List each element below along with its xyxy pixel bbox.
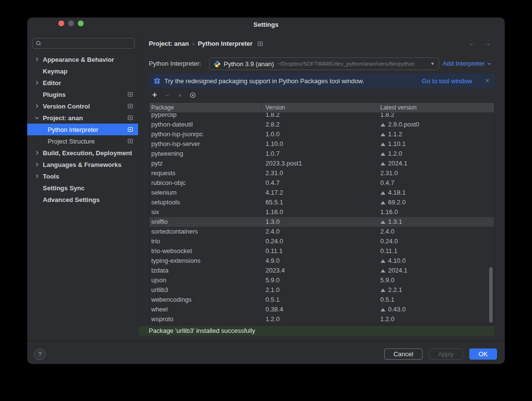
- sidebar-item-tools[interactable]: Tools: [27, 170, 138, 182]
- package-name-cell: requests: [149, 168, 262, 178]
- sidebar-item-python-interpreter[interactable]: Python Interpreter: [27, 124, 138, 135]
- version-cell: 0.38.4: [262, 305, 378, 314]
- upgrade-triangle-icon: [380, 259, 386, 263]
- version-cell: 2023.4: [262, 266, 378, 275]
- version-cell: 1.16.0: [262, 207, 378, 217]
- latest-version-cell: 0.43.0: [378, 305, 494, 314]
- sidebar-item-plugins[interactable]: Plugins: [27, 89, 138, 100]
- sidebar-item-project-anan[interactable]: Project: anan: [27, 112, 138, 124]
- sidebar-item-editor[interactable]: Editor: [27, 77, 138, 89]
- table-row[interactable]: wsproto1.2.01.2.0: [149, 314, 494, 324]
- sidebar-item-languages-frameworks[interactable]: Languages & Frameworks: [27, 159, 138, 170]
- table-row[interactable]: python-lsp-server1.10.01.10.1: [149, 139, 494, 149]
- table-row[interactable]: setuptools65.5.169.2.0: [149, 198, 494, 207]
- version-cell: 2.31.0: [262, 168, 378, 178]
- main-panel: Project: anan › Python Interpreter ← → P…: [139, 32, 505, 341]
- version-cell: 1.0.7: [262, 149, 378, 159]
- table-row[interactable]: ujson5.9.05.9.0: [149, 275, 494, 285]
- table-row[interactable]: wheel0.38.40.43.0: [149, 305, 494, 314]
- table-row[interactable]: rubicon-objc0.4.70.4.7: [149, 178, 494, 188]
- table-row[interactable]: pyperclip1.8.21.8.2: [149, 113, 494, 120]
- remove-package-button[interactable]: −: [163, 91, 171, 99]
- latest-version-text: 2024.1: [388, 159, 408, 168]
- table-row[interactable]: requests2.31.02.31.0: [149, 168, 494, 178]
- column-header-latest-version[interactable]: Latest version: [378, 103, 494, 112]
- table-row[interactable]: sniffio1.3.01.3.1: [149, 217, 494, 227]
- package-name-cell: trio: [149, 237, 262, 246]
- table-row[interactable]: urllib32.1.02.2.1: [149, 285, 494, 295]
- version-cell: 0.11.1: [262, 246, 378, 256]
- chevron-right-icon[interactable]: [34, 173, 40, 179]
- forward-arrow-icon[interactable]: →: [484, 39, 491, 47]
- ok-button[interactable]: OK: [469, 348, 497, 360]
- vertical-scrollbar[interactable]: [489, 267, 493, 323]
- latest-version-cell: 1.2.0: [378, 149, 494, 159]
- table-row[interactable]: trio0.24.00.24.0: [149, 237, 494, 246]
- eye-icon[interactable]: [189, 91, 196, 99]
- table-row[interactable]: python-dateutil2.8.22.9.0.post0: [149, 120, 494, 129]
- table-row[interactable]: typing-extensions4.9.04.10.0: [149, 256, 494, 266]
- package-name-cell: python-lsp-server: [149, 139, 262, 149]
- add-interpreter-button[interactable]: Add Interpreter: [443, 57, 491, 70]
- chevron-down-icon: [487, 62, 491, 65]
- package-name-cell: pytweening: [149, 149, 262, 159]
- sidebar-search[interactable]: [32, 38, 135, 49]
- package-name-cell: trio-websocket: [149, 246, 262, 256]
- sidebar-item-build-execution-deployment[interactable]: Build, Execution, Deployment: [27, 147, 138, 159]
- sidebar-tree: Appearance & BehaviorKeymapEditorPlugins…: [27, 54, 138, 205]
- help-button[interactable]: ?: [34, 348, 46, 360]
- sidebar-item-appearance-behavior[interactable]: Appearance & Behavior: [27, 54, 138, 65]
- dropdown-arrow-icon[interactable]: ▼: [430, 61, 435, 66]
- latest-version-text: 5.9.0: [380, 275, 394, 285]
- chevron-right-icon[interactable]: [34, 150, 40, 156]
- column-header-package[interactable]: Package: [149, 103, 262, 112]
- latest-version-cell: 2.2.1: [378, 285, 494, 295]
- sidebar-item-settings-sync[interactable]: Settings Sync: [27, 182, 138, 194]
- settings-dialog: Settings Appearance & BehaviorKeymapEdit…: [27, 18, 505, 364]
- version-cell: 0.24.0: [262, 237, 378, 246]
- version-cell: 0.4.7: [262, 178, 378, 188]
- go-to-tool-window-link[interactable]: Go to tool window: [422, 77, 472, 85]
- version-cell: 1.0.0: [262, 129, 378, 139]
- breadcrumb-project[interactable]: Project: anan: [149, 39, 189, 49]
- upgrade-triangle-icon: [380, 152, 386, 156]
- table-row[interactable]: selenium4.17.24.18.1: [149, 188, 494, 198]
- sidebar-item-version-control[interactable]: Version Control: [27, 100, 138, 112]
- table-row[interactable]: tzdata2023.42024.1: [149, 266, 494, 275]
- table-row[interactable]: trio-websocket0.11.10.11.1: [149, 246, 494, 256]
- chevron-right-icon[interactable]: [34, 162, 40, 167]
- chevron-right-icon[interactable]: [34, 103, 40, 109]
- search-input[interactable]: [42, 40, 131, 47]
- upgrade-triangle-icon: [380, 308, 386, 312]
- upgrade-triangle-icon: [380, 191, 386, 195]
- table-row[interactable]: six1.16.01.16.0: [149, 207, 494, 217]
- chevron-down-icon[interactable]: [34, 115, 40, 121]
- latest-version-text: 0.43.0: [388, 305, 406, 314]
- upgrade-package-button[interactable]: ▲: [176, 91, 184, 99]
- sidebar-item-keymap[interactable]: Keymap: [27, 65, 138, 77]
- breadcrumb-page: Python Interpreter: [198, 39, 253, 49]
- version-cell: 1.3.0: [262, 217, 378, 227]
- table-row[interactable]: python-lsp-jsonrpc1.0.01.1.2: [149, 129, 494, 139]
- table-row[interactable]: sortedcontainers2.4.02.4.0: [149, 227, 494, 237]
- upgrade-triangle-icon: [380, 142, 386, 146]
- latest-version-cell: 2.4.0: [378, 227, 494, 237]
- chevron-right-icon[interactable]: [34, 80, 40, 86]
- sidebar-item-project-structure[interactable]: Project Structure: [27, 135, 138, 147]
- table-row[interactable]: pytz2023.3.post12024.1: [149, 159, 494, 168]
- add-package-button[interactable]: +: [151, 91, 159, 99]
- column-header-version[interactable]: Version: [262, 103, 378, 112]
- interpreter-dropdown[interactable]: Python 3.9 (anan) ~/Dropbox/SOFTWARE/dev…: [209, 57, 439, 70]
- window-title: Settings: [27, 18, 505, 32]
- apply-button[interactable]: Apply: [429, 348, 463, 360]
- close-icon[interactable]: ✕: [485, 77, 490, 84]
- sidebar-item-advanced-settings[interactable]: Advanced Settings: [27, 194, 138, 205]
- latest-version-text: 0.11.1: [380, 246, 397, 256]
- back-arrow-icon[interactable]: ←: [469, 39, 476, 47]
- table-row[interactable]: webencodings0.5.10.5.1: [149, 295, 494, 305]
- cancel-button[interactable]: Cancel: [384, 348, 422, 360]
- table-row[interactable]: pytweening1.0.71.2.0: [149, 149, 494, 159]
- chevron-right-icon[interactable]: [34, 56, 40, 62]
- python-icon: [213, 60, 221, 68]
- interpreter-label: Python Interpreter:: [149, 57, 201, 70]
